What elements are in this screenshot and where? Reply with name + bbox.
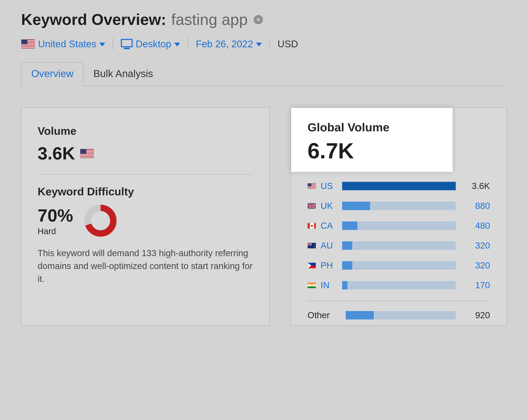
us-flag-icon [21,39,35,48]
page-title-keyword: fasting app [171,11,248,28]
us-flag-icon [80,149,94,158]
global-volume-card: Global Volume 6.7K US3.6KUK880CA480AU320… [291,107,507,326]
filter-bar: United States Desktop Feb 26, 2022 USD [21,38,507,50]
volume-bar [342,241,456,250]
country-code: IN [321,280,337,290]
kd-title: Keyword Difficulty [38,185,253,198]
volume-title: Volume [38,125,253,137]
currency-label: USD [277,38,298,50]
page-title-label: Keyword Overview: [21,11,166,28]
desktop-icon [121,39,133,49]
country-row-ph[interactable]: PH320 [308,255,490,275]
divider [308,301,490,301]
country-value[interactable]: 320 [460,240,490,251]
tab-bulk-analysis[interactable]: Bulk Analysis [84,63,163,86]
separator [269,38,270,50]
country-filter-label: United States [38,38,96,50]
volume-bar [342,182,456,190]
other-label: Other [308,310,330,320]
country-value[interactable]: 480 [460,221,490,231]
global-volume-title: Global Volume [308,120,436,134]
country-row-in[interactable]: IN170 [308,275,490,295]
svg-rect-12 [80,154,94,155]
us-flag-icon [308,183,316,189]
country-row-ca[interactable]: CA480 [308,216,490,236]
global-volume-head: Global Volume 6.7K [291,108,453,172]
country-value: 920 [460,310,490,320]
chevron-down-icon [99,43,105,47]
kd-label: Hard [38,227,73,236]
country-code: US [321,181,337,191]
separator [188,38,188,50]
svg-rect-51 [308,286,316,288]
ca-flag-icon [308,223,316,229]
device-filter-label: Desktop [136,38,171,50]
country-code: CA [321,221,337,231]
global-volume-value: 6.7K [308,138,436,163]
country-row-us[interactable]: US3.6K [308,176,490,196]
svg-rect-30 [308,206,316,206]
country-code: UK [321,201,337,211]
volume-bar [342,221,456,230]
country-code: AU [321,240,337,251]
tabs: Overview Bulk Analysis [21,62,507,86]
country-value: 3.6K [460,181,490,191]
uk-flag-icon [308,203,316,209]
country-value[interactable]: 880 [460,201,490,211]
svg-rect-22 [308,186,316,187]
kd-description: This keyword will demand 133 high-author… [38,247,253,286]
svg-rect-7 [21,39,27,44]
country-value[interactable]: 170 [460,280,490,290]
ph-flag-icon [308,263,316,268]
country-value[interactable]: 320 [460,260,490,271]
page-title-row: Keyword Overview: fasting app + [21,11,507,28]
svg-rect-39 [308,244,312,244]
country-code: PH [321,260,337,271]
svg-rect-5 [21,46,35,47]
volume-bar [342,261,456,270]
kd-percent: 70% [38,205,73,226]
svg-rect-25 [308,183,311,186]
chevron-down-icon [174,43,180,47]
svg-rect-23 [308,187,316,188]
volume-bar [346,311,456,320]
au-flag-icon [308,243,316,249]
country-row-uk[interactable]: UK880 [308,196,490,216]
date-filter-label: Feb 26, 2022 [196,38,253,50]
country-filter[interactable]: United States [21,38,105,50]
add-keyword-icon[interactable]: + [254,15,263,24]
svg-rect-6 [21,47,35,48]
svg-rect-13 [80,155,94,156]
chevron-down-icon [256,43,262,47]
kd-donut-chart [84,204,117,238]
divider [38,174,253,175]
tab-overview[interactable]: Overview [21,62,84,86]
svg-rect-32 [308,223,310,229]
svg-rect-4 [21,44,35,45]
volume-bar [342,202,456,210]
svg-rect-24 [308,188,316,189]
svg-rect-49 [308,283,316,285]
svg-rect-14 [80,157,94,157]
country-row-other: Other920 [308,305,490,325]
volume-card: Volume 3.6K Keyword Difficulty 70% Hard [21,107,269,326]
in-flag-icon [308,282,316,288]
volume-value: 3.6K [38,143,75,164]
svg-point-48 [308,265,309,266]
separator [113,38,113,50]
country-row-au[interactable]: AU320 [308,236,490,255]
volume-bar [342,281,456,289]
date-filter[interactable]: Feb 26, 2022 [196,38,262,50]
svg-rect-33 [314,223,316,229]
device-filter[interactable]: Desktop [121,38,180,50]
svg-rect-15 [80,149,86,154]
country-list: US3.6KUK880CA480AU320PH320IN170Other920 [291,172,506,325]
